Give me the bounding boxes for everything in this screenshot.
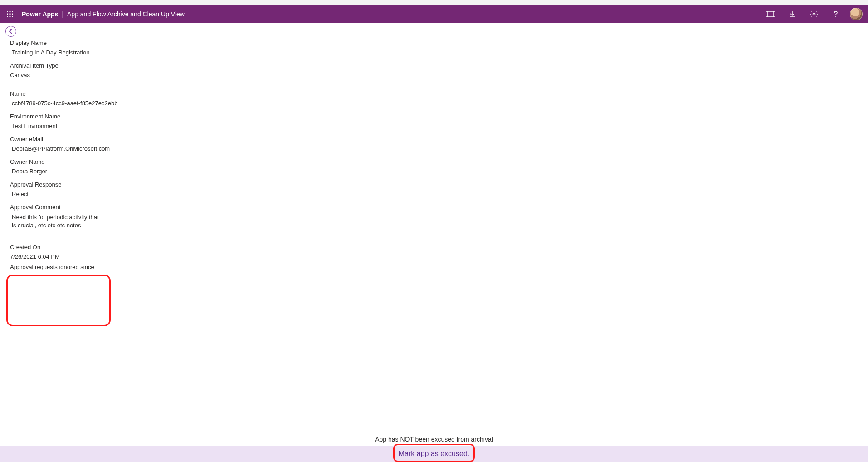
- back-row: [0, 23, 868, 38]
- mark-excused-button[interactable]: Mark app as excused.: [394, 448, 474, 460]
- detail-scroll[interactable]: Display Name Training In A Day Registrat…: [0, 38, 868, 433]
- field-approval-comment: Approval Comment Need this for periodic …: [10, 204, 101, 229]
- header-right: [763, 6, 864, 22]
- header-left: Power Apps | App and Flow Archive and Cl…: [4, 8, 185, 20]
- value-created-on: 7/26/2021 6:04 PM: [10, 253, 300, 260]
- back-button[interactable]: [5, 26, 16, 37]
- detail-wrap: Display Name Training In A Day Registrat…: [0, 38, 868, 433]
- fit-to-screen-icon[interactable]: [763, 6, 778, 22]
- label-owner-email: Owner eMail: [10, 136, 300, 143]
- value-approval-comment: Need this for periodic activity that is …: [10, 213, 101, 229]
- svg-rect-3: [7, 13, 8, 15]
- browser-chrome-strip: [0, 0, 868, 5]
- field-archival-item-type: Archival Item Type Canvas: [10, 62, 300, 79]
- svg-rect-7: [10, 16, 11, 17]
- value-archival-item-type: Canvas: [10, 72, 300, 79]
- waffle-icon[interactable]: [4, 8, 16, 20]
- svg-rect-4: [10, 13, 11, 15]
- svg-rect-0: [7, 11, 8, 12]
- brand-label: Power Apps: [22, 10, 58, 18]
- field-display-name: Display Name Training In A Day Registrat…: [10, 39, 300, 56]
- label-environment-name: Environment Name: [10, 113, 300, 120]
- label-approval-comment: Approval Comment: [10, 204, 101, 211]
- label-approval-ignored-since: Approval requests ignored since: [10, 264, 300, 270]
- app-body: Display Name Training In A Day Registrat…: [0, 23, 868, 462]
- value-environment-name: Test Environment: [10, 123, 300, 129]
- svg-point-16: [813, 13, 815, 15]
- field-created-on: Created On 7/26/2021 6:04 PM: [10, 244, 300, 260]
- value-owner-name: Debra Berger: [10, 168, 300, 175]
- label-name: Name: [10, 90, 300, 97]
- help-icon[interactable]: [828, 6, 844, 22]
- field-owner-name: Owner Name Debra Berger: [10, 158, 300, 175]
- label-created-on: Created On: [10, 244, 300, 251]
- value-approval-response: Reject: [10, 191, 300, 197]
- label-approval-response: Approval Response: [10, 181, 300, 188]
- svg-rect-1: [10, 11, 11, 12]
- value-name: ccbf4789-075c-4cc9-aaef-f85e27ec2ebb: [10, 100, 300, 107]
- status-message: App has NOT been excused from archival: [0, 433, 868, 446]
- svg-rect-6: [7, 16, 8, 17]
- field-name: Name ccbf4789-075c-4cc9-aaef-f85e27ec2eb…: [10, 90, 300, 107]
- settings-icon[interactable]: [806, 6, 822, 22]
- svg-point-17: [835, 16, 836, 17]
- app-header: Power Apps | App and Flow Archive and Cl…: [0, 5, 868, 23]
- field-approval-ignored-since: Approval requests ignored since: [10, 264, 300, 270]
- download-icon[interactable]: [785, 6, 800, 22]
- svg-rect-2: [12, 11, 13, 12]
- svg-rect-9: [767, 12, 774, 16]
- label-owner-name: Owner Name: [10, 158, 300, 165]
- svg-rect-5: [12, 13, 13, 15]
- user-avatar[interactable]: [850, 8, 863, 20]
- value-owner-email: DebraB@PPlatform.OnMicrosoft.com: [10, 145, 300, 152]
- label-archival-item-type: Archival Item Type: [10, 62, 300, 69]
- value-display-name: Training In A Day Registration: [10, 49, 300, 56]
- header-title: Power Apps | App and Flow Archive and Cl…: [22, 10, 185, 18]
- svg-rect-8: [12, 16, 13, 17]
- field-approval-response: Approval Response Reject: [10, 181, 300, 197]
- label-display-name: Display Name: [10, 39, 300, 46]
- field-environment-name: Environment Name Test Environment: [10, 113, 300, 129]
- view-label: App and Flow Archive and Clean Up View: [67, 10, 185, 18]
- title-separator: |: [62, 10, 63, 18]
- footer-bar: Mark app as excused.: [0, 446, 868, 462]
- field-owner-email: Owner eMail DebraB@PPlatform.OnMicrosoft…: [10, 136, 300, 152]
